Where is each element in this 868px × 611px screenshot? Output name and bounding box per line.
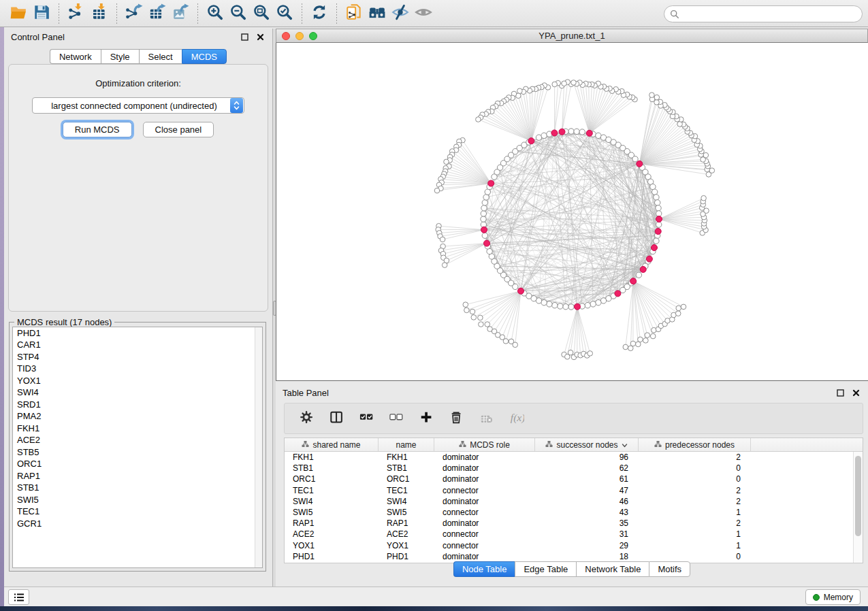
- mcds-result-item[interactable]: PMA2: [13, 411, 262, 423]
- tab-edge-table[interactable]: Edge Table: [515, 561, 576, 577]
- table-row[interactable]: RAP1RAP1dominator352: [285, 518, 853, 529]
- cell-MCDS-role: dominator: [434, 497, 535, 506]
- export-image-button[interactable]: [169, 3, 192, 24]
- float-table-panel-icon[interactable]: [835, 388, 846, 398]
- network-canvas[interactable]: [276, 43, 868, 381]
- tab-style[interactable]: Style: [101, 49, 139, 64]
- column-header-predecessor-nodes[interactable]: predecessor nodes: [639, 438, 751, 451]
- cell-successor-nodes: 43: [535, 508, 639, 517]
- search-box[interactable]: [664, 5, 863, 22]
- zoom-out-button[interactable]: [227, 3, 250, 24]
- show-hidden-button[interactable]: [412, 3, 435, 24]
- select-all-button[interactable]: [357, 408, 377, 429]
- mcds-result-item[interactable]: SWI5: [13, 494, 262, 506]
- open-file-button[interactable]: [7, 3, 30, 24]
- import-table-icon: [91, 3, 108, 23]
- network-window-titlebar[interactable]: YPA_prune.txt_1: [276, 29, 868, 43]
- float-panel-icon[interactable]: [240, 32, 250, 42]
- column-header-MCDS-role[interactable]: MCDS role: [434, 438, 535, 451]
- zoom-fit-button[interactable]: [250, 3, 273, 24]
- column-header-name[interactable]: name: [379, 438, 434, 451]
- cell-successor-nodes: 35: [535, 518, 639, 528]
- toolbar-separator: [116, 3, 117, 24]
- mcds-result-item[interactable]: FKH1: [13, 423, 262, 435]
- mcds-result-item[interactable]: GCR1: [13, 518, 262, 530]
- search-input[interactable]: [683, 9, 856, 19]
- table-scrollbar-thumb[interactable]: [855, 456, 861, 536]
- tab-select[interactable]: Select: [139, 49, 182, 64]
- minimize-window-button[interactable]: [295, 32, 304, 40]
- zoom-selected-button[interactable]: [273, 3, 296, 24]
- mcds-result-item[interactable]: STB1: [13, 482, 262, 495]
- maximize-window-button[interactable]: [309, 32, 317, 40]
- eye-gray-icon: [415, 3, 432, 23]
- cell-MCDS-role: connector: [434, 508, 535, 517]
- add-column-button[interactable]: [417, 408, 437, 429]
- close-panel-button[interactable]: Close panel: [143, 122, 214, 137]
- mcds-result-item[interactable]: STP4: [13, 351, 262, 363]
- mcds-result-item[interactable]: ORC1: [13, 459, 262, 471]
- table-row[interactable]: TEC1TEC1connector472: [285, 485, 853, 496]
- save-session-button[interactable]: [30, 3, 53, 24]
- desktop-background-bottom: [0, 606, 868, 611]
- mcds-result-item[interactable]: SRD1: [13, 399, 262, 411]
- mcds-result-item[interactable]: TEC1: [13, 506, 262, 518]
- tab-mcds[interactable]: MCDS: [182, 49, 227, 64]
- column-header-shared-name[interactable]: shared name: [285, 438, 379, 451]
- function-builder-button: f(x): [507, 408, 527, 429]
- mcds-result-item[interactable]: CAR1: [13, 340, 262, 352]
- table-panel-title: Table Panel: [283, 388, 329, 398]
- table-row[interactable]: SWI4SWI4dominator462: [285, 496, 853, 507]
- import-network-button[interactable]: [65, 3, 88, 24]
- mcds-result-item[interactable]: PHD1: [13, 327, 262, 340]
- delete-column-button[interactable]: [447, 408, 467, 429]
- mcds-list-scrollbar[interactable]: [255, 327, 262, 567]
- tab-network[interactable]: Network: [50, 49, 101, 64]
- apply-layout-button[interactable]: [308, 3, 331, 24]
- run-mcds-button[interactable]: Run MCDS: [63, 122, 132, 137]
- export-network-button[interactable]: [123, 3, 146, 24]
- import-table-button[interactable]: [88, 3, 111, 24]
- table-row[interactable]: YOX1YOX1connector291: [285, 540, 853, 551]
- cell-predecessor-nodes: 0: [639, 552, 751, 561]
- table-row[interactable]: PHD1PHD1dominator180: [285, 551, 853, 562]
- network-graph[interactable]: [276, 43, 867, 381]
- tab-node-table[interactable]: Node Table: [453, 561, 515, 577]
- mcds-result-title: MCDS result (17 nodes): [14, 317, 114, 327]
- close-panel-icon[interactable]: [255, 32, 266, 42]
- zoom-in-button[interactable]: [204, 3, 227, 24]
- hide-selected-button[interactable]: [389, 3, 412, 24]
- tab-network-table[interactable]: Network Table: [576, 561, 649, 577]
- tab-motifs[interactable]: Motifs: [649, 561, 690, 577]
- table-row[interactable]: STB1STB1dominator620: [285, 463, 853, 474]
- memory-button[interactable]: Memory: [805, 589, 861, 605]
- cell-predecessor-nodes: 1: [639, 529, 751, 539]
- cell-name: SWI5: [379, 508, 434, 517]
- table-settings-button[interactable]: [297, 408, 317, 429]
- cell-shared-name: FKH1: [285, 452, 379, 462]
- clone-network-button[interactable]: [342, 3, 366, 24]
- table-scrollbar[interactable]: [853, 452, 863, 563]
- close-window-button[interactable]: [282, 32, 290, 40]
- table-row[interactable]: ACE2ACE2connector311: [285, 529, 853, 540]
- deselect-all-button[interactable]: [387, 408, 407, 429]
- refresh-icon: [310, 3, 328, 23]
- cell-name: STB1: [379, 463, 434, 473]
- mcds-result-item[interactable]: ACE2: [13, 435, 262, 447]
- close-table-panel-icon[interactable]: [851, 388, 861, 398]
- mcds-result-item[interactable]: SWI4: [13, 387, 262, 399]
- column-header-successor-nodes[interactable]: successor nodes: [535, 438, 639, 451]
- panel-list-button[interactable]: [8, 589, 29, 605]
- table-row[interactable]: SWI5SWI5connector431: [285, 507, 853, 518]
- mcds-result-item[interactable]: RAP1: [13, 470, 262, 482]
- toggle-panels-button[interactable]: [327, 408, 347, 429]
- zoom-fit-icon: [253, 3, 270, 23]
- optimization-dropdown[interactable]: largest connected component (undirected): [32, 97, 244, 114]
- find-button[interactable]: [366, 3, 389, 24]
- export-table-button[interactable]: [146, 3, 169, 24]
- mcds-result-item[interactable]: STB5: [13, 446, 262, 459]
- table-row[interactable]: ORC1ORC1dominator610: [285, 474, 853, 484]
- mcds-result-item[interactable]: TID3: [13, 363, 262, 376]
- mcds-result-item[interactable]: YOX1: [13, 375, 262, 387]
- table-row[interactable]: FKH1FKH1dominator962: [285, 452, 853, 463]
